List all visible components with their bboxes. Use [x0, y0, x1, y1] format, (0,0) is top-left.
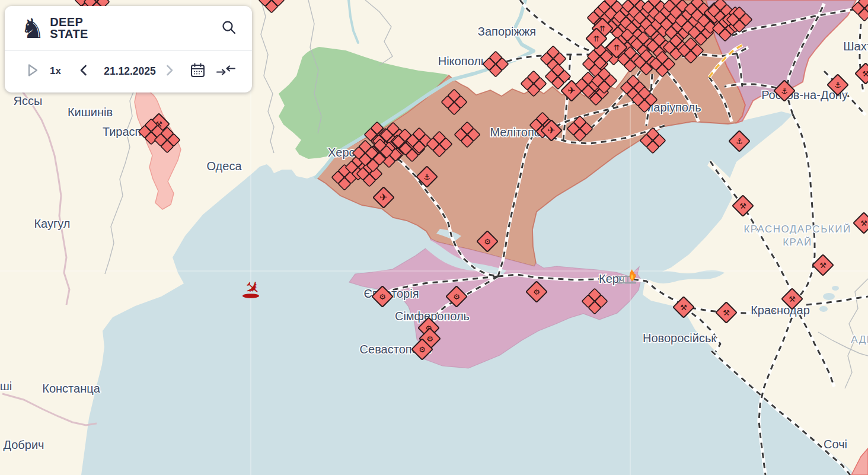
ar-glyph: ⇈	[593, 34, 600, 43]
map-label: Нікополь	[438, 55, 487, 68]
calendar-button[interactable]	[190, 62, 206, 80]
search-button[interactable]	[220, 18, 238, 38]
map-label: Сочі	[824, 438, 847, 451]
control-panel: ♞ DEEP STATE 1x 21.12.2025	[5, 6, 252, 93]
wh-glyph: ⚙	[453, 292, 460, 301]
pl-glyph: ✈	[567, 85, 575, 96]
lake	[819, 306, 828, 312]
wh-glyph: ⚙	[533, 288, 540, 297]
next-day-button[interactable]	[166, 65, 174, 78]
map-label: Краснодар	[751, 304, 810, 317]
map-label: АДИГЕЯ	[851, 334, 868, 345]
splash	[242, 294, 259, 298]
rf-glyph: ⚒	[680, 303, 687, 312]
rf-glyph: ⚒	[723, 308, 730, 317]
lake	[832, 286, 839, 291]
deepstate-logo: DEEP STATE	[50, 17, 88, 40]
pl-glyph: ✈	[547, 125, 555, 136]
pl-glyph: ✈	[379, 192, 387, 203]
search-icon	[221, 20, 237, 35]
map-label: Запоріжжя	[478, 25, 536, 38]
map-label: Кишинів	[68, 106, 113, 119]
rf-glyph: ⚒	[862, 69, 868, 78]
map-label: Одеса	[206, 160, 242, 173]
previous-day-button[interactable]	[79, 65, 87, 78]
an-glyph: ⚓	[736, 137, 743, 146]
map-label: ші	[0, 380, 12, 393]
logo-line-1: DEEP	[50, 17, 88, 28]
lake	[823, 293, 835, 300]
rf-glyph: ⚒	[739, 202, 746, 211]
ar-glyph: ⇈	[614, 43, 620, 52]
an-glyph: ⚓	[834, 81, 841, 90]
map-label: Добрич	[3, 438, 44, 451]
map-label: Яссы	[14, 94, 43, 107]
rf-glyph: ⚒	[860, 219, 867, 228]
timeline-controls: 1x 21.12.2025	[5, 51, 252, 91]
wh-glyph: ⚙	[426, 334, 433, 343]
panel-header: ♞ DEEP STATE	[5, 6, 252, 51]
calendar-icon	[190, 62, 206, 78]
chevron-right-icon	[166, 65, 174, 76]
current-date[interactable]: 21.12.2025	[97, 65, 162, 78]
map-label: КРАСНОДАРСЬКИЙ	[743, 224, 851, 235]
map-label: Шахти	[843, 40, 868, 53]
wh-glyph: ⚙	[484, 237, 491, 246]
map-label: Каугул	[34, 217, 70, 230]
map-label: Новоросійськ	[643, 331, 716, 345]
map-label: Констанца	[42, 382, 100, 395]
playback-speed[interactable]: 1x	[50, 65, 61, 77]
play-button[interactable]	[27, 64, 39, 79]
play-icon	[27, 64, 39, 77]
wh-glyph: ⚙	[379, 292, 386, 301]
an-glyph: ⚓	[423, 173, 430, 181]
rf-glyph: ⚒	[819, 261, 826, 270]
rf-glyph: ⚒	[789, 295, 796, 304]
an-glyph: ⚓	[781, 87, 788, 95]
deepstate-knight-logo-icon: ♞	[20, 15, 44, 42]
merge-arrows-icon	[216, 63, 236, 78]
chevron-left-icon	[79, 65, 87, 76]
wh-glyph: ⚙	[419, 345, 426, 354]
map-label: КРАЙ	[783, 237, 812, 248]
logo-line-2: STATE	[50, 28, 88, 40]
jump-to-latest-button[interactable]	[216, 63, 236, 79]
